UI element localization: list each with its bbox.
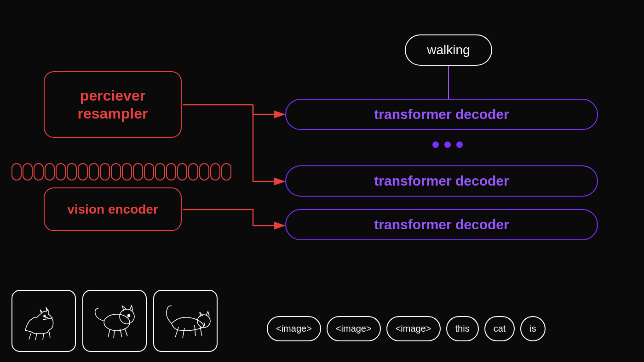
token-cell	[45, 163, 55, 181]
bottom-tokens: <image> <image> <image> this cat is	[267, 316, 546, 341]
perciever-resampler-box: percieverresampler	[44, 71, 182, 138]
token-image1-label: <image>	[276, 323, 312, 334]
token-cell	[199, 163, 209, 181]
token-cell	[56, 163, 66, 181]
token-cell	[34, 163, 44, 181]
walking-output-token: walking	[405, 34, 492, 66]
perciever-label: percieverresampler	[78, 87, 148, 122]
token-image2-label: <image>	[336, 323, 372, 334]
svg-point-4	[128, 314, 130, 317]
token-cell	[166, 163, 176, 181]
vision-encoder-box: vision encoder	[44, 187, 182, 231]
transformer-decoder-mid-label: transformer decoder	[374, 173, 509, 189]
image-boxes	[12, 290, 218, 352]
token-cell	[122, 163, 132, 181]
token-image3-label: <image>	[396, 323, 431, 334]
token-cell	[210, 163, 220, 181]
svg-point-2	[104, 314, 130, 331]
token-pill-image2: <image>	[327, 316, 381, 341]
token-cell	[67, 163, 77, 181]
walking-label: walking	[427, 43, 470, 57]
transformer-decoder-bot-label: transformer decoder	[374, 217, 509, 232]
token-cell	[133, 163, 143, 181]
transformer-decoder-mid: transformer decoder	[285, 165, 598, 197]
token-cell	[144, 163, 154, 181]
token-cell	[155, 163, 165, 181]
image-box-2	[82, 290, 147, 352]
token-cell	[177, 163, 187, 181]
dot-2	[444, 141, 451, 148]
token-pill-image3: <image>	[386, 316, 441, 341]
token-is-label: is	[529, 323, 536, 334]
token-cell	[78, 163, 88, 181]
token-pill-cat: cat	[484, 316, 515, 341]
svg-point-3	[120, 309, 134, 324]
image-box-1	[12, 290, 76, 352]
token-this-label: this	[455, 323, 470, 334]
token-cell	[89, 163, 99, 181]
token-cell	[188, 163, 198, 181]
svg-point-1	[44, 315, 46, 317]
token-pill-this: this	[446, 316, 479, 341]
diagram-container: percieverresampler vision encoder transf…	[0, 0, 644, 362]
vision-encoder-label: vision encoder	[67, 202, 158, 217]
token-strip	[12, 163, 232, 181]
token-pill-is: is	[520, 316, 545, 341]
token-cell	[12, 163, 22, 181]
token-pill-image1: <image>	[267, 316, 321, 341]
token-cell	[100, 163, 110, 181]
dot-3	[456, 141, 463, 148]
transformer-decoder-top: transformer decoder	[285, 99, 598, 130]
image-box-3	[153, 290, 218, 352]
transformer-decoder-bot: transformer decoder	[285, 209, 598, 240]
token-cat-label: cat	[494, 323, 506, 334]
token-cell	[23, 163, 33, 181]
transformer-decoder-top-label: transformer decoder	[374, 107, 509, 122]
dot-1	[432, 141, 439, 148]
token-cell	[111, 163, 121, 181]
dots-row	[432, 141, 463, 148]
token-cell	[221, 163, 231, 181]
